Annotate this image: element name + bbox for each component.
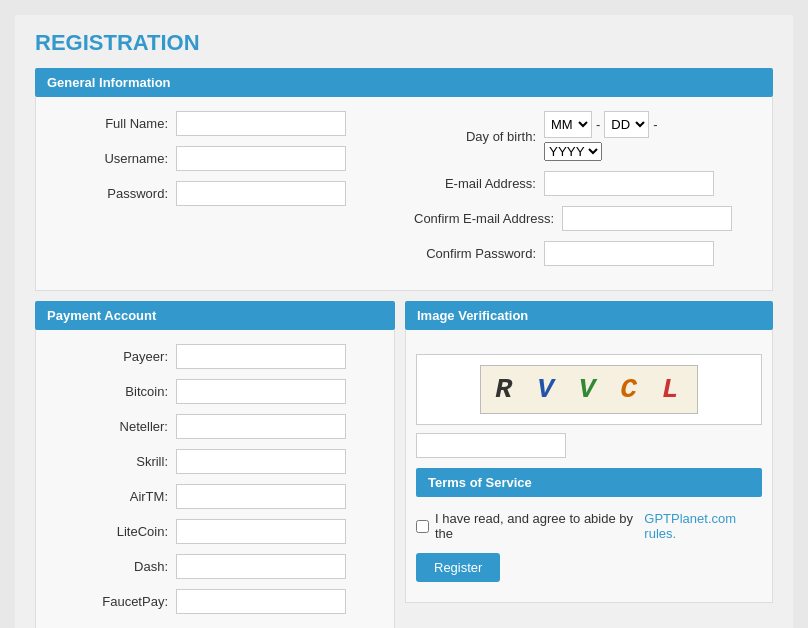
general-section-body: Full Name: Username: Password: D (35, 97, 773, 291)
captcha-char-r: R (495, 374, 516, 405)
general-information-section: General Information Full Name: Username:… (35, 68, 773, 291)
skrill-label: Skrill: (46, 454, 176, 469)
email-label: E-mail Address: (414, 176, 544, 191)
full-name-input[interactable] (176, 111, 346, 136)
bitcoin-label: Bitcoin: (46, 384, 176, 399)
confirm-email-input[interactable] (562, 206, 732, 231)
dob-fields: MM 010203 040506 070809 101112 - DD 0102… (544, 111, 658, 161)
dob-sep-2: - (653, 117, 657, 132)
email-row: E-mail Address: (414, 171, 762, 196)
payment-section-header: Payment Account (35, 301, 395, 330)
password-row: Password: (46, 181, 394, 206)
dob-year-select[interactable]: YYYY 202420232000199919901980 (544, 142, 602, 161)
payeer-label: Payeer: (46, 349, 176, 364)
password-input[interactable] (176, 181, 346, 206)
skrill-input[interactable] (176, 449, 346, 474)
username-input[interactable] (176, 146, 346, 171)
general-form-columns: Full Name: Username: Password: D (46, 111, 762, 276)
page-container: REGISTRATION General Information Full Na… (15, 15, 793, 628)
username-row: Username: (46, 146, 394, 171)
dob-row: Day of birth: MM 010203 040506 070809 10… (414, 111, 762, 161)
skrill-row: Skrill: (46, 449, 384, 474)
full-name-label: Full Name: (46, 116, 176, 131)
faucetpay-row: FaucetPay: (46, 589, 384, 614)
terms-link[interactable]: GPTPlanet.com rules. (644, 511, 762, 541)
confirm-password-input[interactable] (544, 241, 714, 266)
general-right-col: Day of birth: MM 010203 040506 070809 10… (404, 111, 762, 276)
captcha-char-v2: V (579, 374, 600, 405)
page-title: REGISTRATION (35, 30, 773, 56)
dob-day-select[interactable]: DD 0102030405 0607080910 1112131415 1617… (604, 111, 649, 138)
faucetpay-input[interactable] (176, 589, 346, 614)
general-left-col: Full Name: Username: Password: (46, 111, 404, 276)
dob-label: Day of birth: (414, 129, 544, 144)
captcha-char-l: L (662, 374, 683, 405)
image-verification-body: R V V C L Terms of Service I have read, … (405, 330, 773, 603)
neteller-label: Neteller: (46, 419, 176, 434)
lower-section: Payment Account Payeer: Bitcoin: Netelle… (35, 301, 773, 628)
bitcoin-input[interactable] (176, 379, 346, 404)
captcha-char-c: C (620, 374, 641, 405)
register-button[interactable]: Register (416, 553, 500, 582)
neteller-row: Neteller: (46, 414, 384, 439)
dash-label: Dash: (46, 559, 176, 574)
payment-section-body: Payeer: Bitcoin: Neteller: Skrill: AirTM… (35, 330, 395, 628)
bitcoin-row: Bitcoin: (46, 379, 384, 404)
payeer-input[interactable] (176, 344, 346, 369)
confirm-email-row: Confirm E-mail Address: (414, 206, 762, 231)
confirm-password-row: Confirm Password: (414, 241, 762, 266)
litecoin-label: LiteCoin: (46, 524, 176, 539)
captcha-text: R V V C L (480, 365, 697, 414)
password-label: Password: (46, 186, 176, 201)
neteller-input[interactable] (176, 414, 346, 439)
captcha-char-v1: V (537, 374, 558, 405)
payment-account-section: Payment Account Payeer: Bitcoin: Netelle… (35, 301, 395, 628)
payeer-row: Payeer: (46, 344, 384, 369)
litecoin-input[interactable] (176, 519, 346, 544)
username-label: Username: (46, 151, 176, 166)
airtm-label: AirTM: (46, 489, 176, 504)
full-name-row: Full Name: (46, 111, 394, 136)
terms-check-row: I have read, and agree to abide by the G… (416, 511, 762, 541)
terms-checkbox[interactable] (416, 520, 429, 533)
right-col: Image Verification R V V C L Terms of Se… (405, 301, 773, 628)
dob-sep-1: - (596, 117, 600, 132)
dash-row: Dash: (46, 554, 384, 579)
image-verification-header: Image Verification (405, 301, 773, 330)
dob-mm-dd: MM 010203 040506 070809 101112 - DD 0102… (544, 111, 658, 138)
general-section-header: General Information (35, 68, 773, 97)
confirm-email-label: Confirm E-mail Address: (414, 211, 562, 226)
dob-year-row: YYYY 202420232000199919901980 (544, 142, 658, 161)
terms-body: I have read, and agree to abide by the G… (416, 505, 762, 588)
terms-text: I have read, and agree to abide by the (435, 511, 638, 541)
email-input[interactable] (544, 171, 714, 196)
captcha-input[interactable] (416, 433, 566, 458)
litecoin-row: LiteCoin: (46, 519, 384, 544)
faucetpay-label: FaucetPay: (46, 594, 176, 609)
terms-header: Terms of Service (416, 468, 762, 497)
confirm-password-label: Confirm Password: (414, 246, 544, 261)
airtm-row: AirTM: (46, 484, 384, 509)
dash-input[interactable] (176, 554, 346, 579)
captcha-image: R V V C L (416, 354, 762, 425)
airtm-input[interactable] (176, 484, 346, 509)
dob-month-select[interactable]: MM 010203 040506 070809 101112 (544, 111, 592, 138)
